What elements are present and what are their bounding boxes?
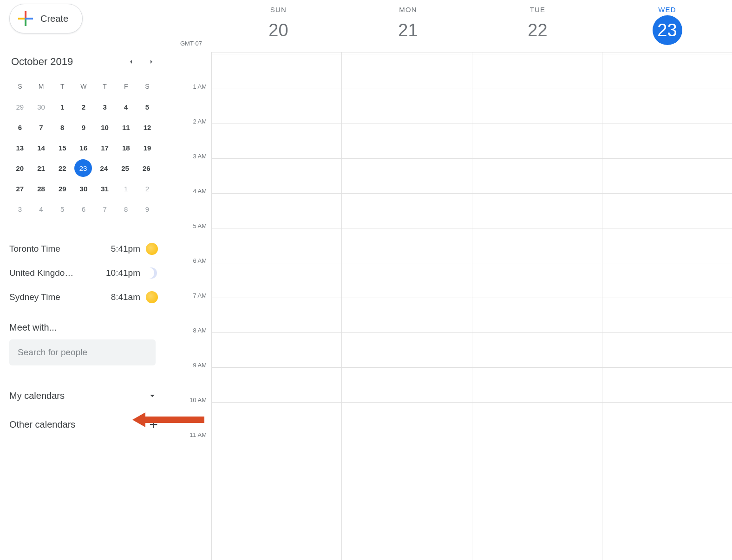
other-calendars-label: Other calendars [9, 419, 75, 430]
mini-cal-day[interactable]: 11 [115, 117, 137, 137]
day-name: SUN [214, 6, 343, 13]
day-column-header[interactable]: TUE22 [473, 0, 602, 45]
world-clock-time: 10:41pm [106, 268, 140, 278]
mini-cal-day[interactable]: 14 [31, 137, 52, 158]
mini-cal-dow: S [137, 76, 158, 97]
meet-with-section: Meet with... [9, 322, 158, 365]
mini-cal-day[interactable]: 10 [94, 117, 116, 137]
hour-label: 10 AM [167, 397, 211, 431]
svg-rect-4 [25, 18, 26, 20]
my-calendars-label: My calendars [9, 391, 65, 401]
other-calendars-row: Other calendars + [9, 414, 158, 435]
time-gutter: 1 AM2 AM3 AM4 AM5 AM6 AM7 AM8 AM9 AM10 A… [167, 52, 211, 560]
create-button[interactable]: Create [9, 4, 83, 33]
mini-cal-day[interactable]: 16 [73, 137, 94, 158]
mini-cal-day[interactable]: 15 [52, 137, 73, 158]
mini-cal-day[interactable]: 23 [74, 159, 92, 177]
world-clock-row[interactable]: Toronto Time5:41pm [9, 237, 158, 261]
my-calendars-toggle[interactable]: My calendars [9, 385, 158, 406]
day-number: 23 [653, 15, 682, 45]
mini-cal-day[interactable]: 26 [136, 158, 157, 178]
meet-with-label: Meet with... [9, 322, 158, 333]
day-number: 20 [264, 15, 294, 45]
mini-cal-day[interactable]: 12 [137, 117, 158, 137]
hour-label: 8 AM [167, 327, 211, 362]
mini-cal-day[interactable]: 4 [115, 97, 137, 117]
mini-cal-day[interactable]: 22 [52, 158, 73, 178]
mini-cal-day[interactable]: 30 [31, 97, 52, 117]
mini-cal-day[interactable]: 3 [9, 199, 31, 219]
mini-cal-day[interactable]: 9 [73, 117, 94, 137]
hour-label: 3 AM [167, 153, 211, 188]
mini-cal-next-icon[interactable] [148, 58, 155, 65]
mini-cal-day[interactable]: 27 [9, 178, 31, 199]
mini-cal-day[interactable]: 13 [9, 137, 31, 158]
mini-cal-day[interactable]: 6 [73, 199, 94, 219]
sun-icon [146, 291, 158, 303]
sidebar: Create October 2019 SMTWTFS 293012345678… [0, 0, 158, 435]
calendar-grid[interactable]: 1 AM2 AM3 AM4 AM5 AM6 AM7 AM8 AM9 AM10 A… [167, 52, 732, 560]
day-column-header[interactable]: MON21 [343, 0, 473, 45]
svg-rect-1 [25, 20, 26, 26]
mini-cal-day[interactable]: 1 [115, 178, 137, 199]
world-clock-row[interactable]: United Kingdo…10:41pm [9, 261, 158, 285]
mini-cal-day[interactable]: 9 [137, 199, 158, 219]
day-column-header[interactable]: WED23 [602, 0, 732, 45]
mini-cal-day[interactable]: 2 [137, 178, 158, 199]
world-clock-row[interactable]: Sydney Time8:41am [9, 285, 158, 309]
plus-icon [17, 10, 34, 27]
chevron-down-icon [147, 390, 158, 401]
day-column-header[interactable]: SUN20 [214, 0, 343, 45]
mini-cal-day[interactable]: 4 [31, 199, 52, 219]
mini-cal-day[interactable]: 5 [137, 97, 158, 117]
mini-cal-day[interactable]: 21 [31, 158, 52, 178]
mini-cal-day[interactable]: 18 [115, 137, 137, 158]
mini-cal-day[interactable]: 7 [31, 117, 52, 137]
mini-cal-day[interactable]: 19 [137, 137, 158, 158]
world-clock-time: 5:41pm [111, 244, 140, 254]
mini-cal-day[interactable]: 7 [94, 199, 116, 219]
mini-cal-day[interactable]: 28 [31, 178, 52, 199]
mini-cal-dow: T [94, 76, 116, 97]
day-name: WED [602, 6, 732, 13]
hour-label: 9 AM [167, 362, 211, 397]
mini-cal-day[interactable]: 24 [93, 158, 115, 178]
mini-cal-day[interactable]: 3 [94, 97, 116, 117]
calendar-main: SUN20MON21TUE22WED23 GMT-07 1 AM2 AM3 AM… [167, 0, 732, 560]
world-clocks: Toronto Time5:41pmUnited Kingdo…10:41pmS… [9, 237, 158, 309]
create-button-label: Create [40, 13, 68, 24]
mini-cal-day[interactable]: 17 [94, 137, 116, 158]
mini-cal-prev-icon[interactable] [127, 58, 135, 65]
world-clock-time: 8:41am [111, 292, 140, 302]
mini-cal-day[interactable]: 31 [94, 178, 116, 199]
mini-calendar: October 2019 SMTWTFS 2930123456789101112… [9, 56, 158, 219]
mini-cal-day[interactable]: 6 [9, 117, 31, 137]
hour-label: 4 AM [167, 188, 211, 222]
hour-label: 5 AM [167, 222, 211, 257]
hour-label: 2 AM [167, 118, 211, 153]
search-people-input[interactable] [9, 339, 156, 365]
world-clock-label: United Kingdo… [9, 268, 106, 278]
day-name: MON [343, 6, 473, 13]
mini-cal-day[interactable]: 2 [73, 97, 94, 117]
hour-label: 7 AM [167, 292, 211, 327]
mini-cal-day[interactable]: 8 [115, 199, 137, 219]
svg-rect-0 [25, 11, 26, 18]
world-clock-label: Sydney Time [9, 292, 111, 302]
timezone-label: GMT-07 [180, 40, 202, 47]
mini-cal-day[interactable]: 5 [52, 199, 73, 219]
add-other-calendar-button[interactable]: + [149, 417, 158, 432]
mini-cal-dow: W [73, 76, 94, 97]
mini-cal-day[interactable]: 1 [52, 97, 73, 117]
mini-cal-day[interactable]: 8 [52, 117, 73, 137]
mini-cal-day[interactable]: 30 [73, 178, 94, 199]
mini-cal-day[interactable]: 29 [52, 178, 73, 199]
mini-cal-dow: F [115, 76, 137, 97]
mini-cal-day[interactable]: 20 [9, 158, 31, 178]
mini-cal-day[interactable]: 29 [9, 97, 31, 117]
other-calendars-group: Other calendars + [9, 414, 158, 435]
mini-calendar-grid: SMTWTFS 29301234567891011121314151617181… [9, 76, 158, 219]
world-clock-label: Toronto Time [9, 244, 111, 254]
mini-cal-day[interactable]: 25 [115, 158, 136, 178]
day-name: TUE [473, 6, 602, 13]
